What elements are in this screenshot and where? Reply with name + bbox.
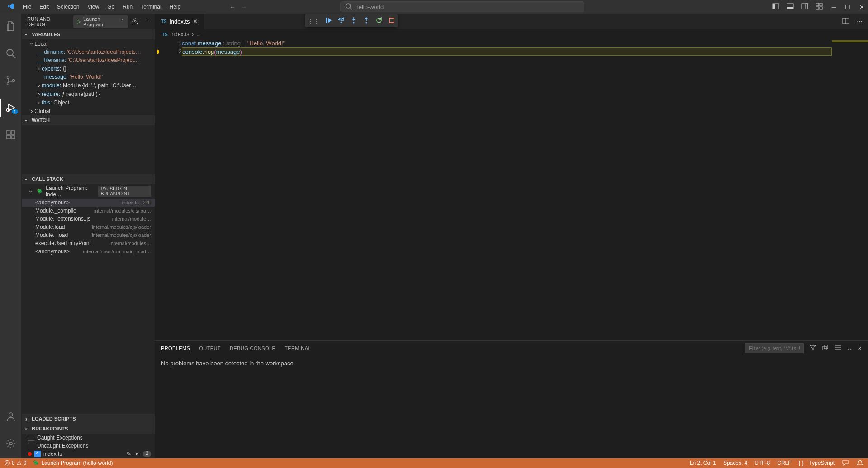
code-line-1[interactable]: const message : string = "Hello, World!" [182, 39, 832, 47]
debug-badge: 1 [12, 109, 18, 114]
var-message[interactable]: message:'Hello, World!' [22, 73, 155, 81]
svg-point-0 [346, 4, 351, 8]
menu-terminal[interactable]: Terminal [137, 2, 165, 12]
edit-icon[interactable]: ✎ [127, 451, 131, 457]
step-over-icon[interactable] [337, 17, 345, 25]
checkbox-icon[interactable] [28, 435, 34, 441]
accounts-icon[interactable] [0, 407, 22, 425]
command-center[interactable]: hello-world [340, 1, 584, 12]
code-line-2[interactable]: console.•log(message) [182, 47, 832, 56]
callstack-thread[interactable]: 🪲 Launch Program: inde… PAUSED ON BREAKP… [22, 184, 155, 199]
status-indent[interactable]: Spaces: 4 [723, 459, 747, 467]
checkbox-icon[interactable] [28, 443, 34, 449]
source-control-icon[interactable] [0, 71, 22, 90]
continue-icon[interactable] [325, 17, 332, 25]
status-launch[interactable]: 🪲Launch Program (hello-world) [33, 460, 113, 466]
maximize-panel-icon[interactable]: ︿ [847, 345, 852, 352]
code-editor[interactable]: ◗ 1 2 const message : string = "Hello, W… [155, 39, 868, 340]
menu-help[interactable]: Help [166, 2, 185, 12]
stack-frame-1[interactable]: Module._compileinternal/modules/cjs/loa… [22, 207, 155, 215]
close-icon[interactable]: ✕ [859, 4, 864, 10]
checkbox-icon[interactable] [34, 451, 41, 457]
toggle-panel-bottom-icon[interactable] [787, 3, 794, 11]
debug-toolbar[interactable]: ⋮⋮ [305, 14, 398, 27]
view-as-tree-icon[interactable] [835, 344, 842, 352]
remove-icon[interactable]: ✕ [135, 451, 139, 457]
panel-tab-problems[interactable]: PROBLEMS [161, 343, 190, 354]
problems-filter-input[interactable] [745, 343, 804, 353]
menu-edit[interactable]: Edit [36, 2, 52, 12]
filter-icon[interactable] [809, 344, 816, 352]
more-actions-icon[interactable]: ⋯ [857, 18, 863, 25]
toggle-panel-left-icon[interactable] [772, 3, 779, 11]
restart-icon[interactable] [375, 17, 383, 25]
stack-frame-2[interactable]: Module._extensions..jsinternal/module… [22, 215, 155, 223]
breadcrumb[interactable]: TS index.ts › ... [155, 29, 868, 39]
stack-frame-0[interactable]: <anonymous>index.ts2:1 [22, 199, 155, 207]
explorer-icon[interactable] [0, 17, 22, 35]
loaded-scripts-header[interactable]: LOADED SCRIPTS [22, 414, 155, 424]
var-dirname[interactable]: __dirname:'C:\Users\antoz\IdeaProjects… [22, 48, 155, 56]
panel-tab-debug-console[interactable]: DEBUG CONSOLE [230, 343, 275, 354]
minimize-icon[interactable]: ─ [832, 4, 836, 10]
settings-gear-icon[interactable] [0, 435, 22, 453]
split-editor-icon[interactable] [842, 17, 849, 26]
stack-frame-4[interactable]: Module._loadinternal/modules/cjs/loader [22, 231, 155, 239]
stack-frame-3[interactable]: Module.loadinternal/modules/cjs/loader [22, 223, 155, 231]
menu-view[interactable]: View [84, 2, 103, 12]
watch-header[interactable]: WATCH [22, 115, 155, 125]
var-filename[interactable]: __filename:'C:\Users\antoz\IdeaProject… [22, 56, 155, 64]
var-require[interactable]: require:ƒ require(path) { [22, 90, 155, 98]
menu-go[interactable]: Go [104, 2, 118, 12]
menu-run[interactable]: Run [119, 2, 136, 12]
tab-close-icon[interactable]: ✕ [193, 18, 198, 25]
status-encoding[interactable]: UTF-8 [754, 459, 770, 467]
bp-caught[interactable]: Caught Exceptions [22, 434, 155, 442]
tab-index-ts[interactable]: TS index.ts ✕ [155, 14, 204, 29]
step-into-icon[interactable] [350, 17, 357, 25]
var-exports[interactable]: exports:{} [22, 64, 155, 73]
status-language[interactable]: { } TypeScript [799, 459, 835, 467]
bp-uncaught[interactable]: Uncaught Exceptions [22, 442, 155, 450]
customize-layout-icon[interactable] [816, 3, 823, 11]
scope-local[interactable]: Local [22, 39, 155, 48]
stack-frame-5[interactable]: executeUserEntryPointinternal/modules… [22, 239, 155, 247]
menu-selection[interactable]: Selection [53, 2, 83, 12]
status-eol[interactable]: CRLF [777, 459, 791, 467]
feedback-icon[interactable] [842, 459, 849, 467]
bp-file[interactable]: index.ts ✎ ✕ 2 [22, 450, 155, 458]
grip-icon[interactable]: ⋮⋮ [308, 18, 319, 24]
callstack-header[interactable]: CALL STACK [22, 174, 155, 184]
minimap[interactable] [832, 39, 868, 340]
breakpoints-header[interactable]: BREAKPOINTS [22, 424, 155, 434]
collapse-all-icon[interactable] [822, 344, 829, 352]
nav-back-icon[interactable]: ← [229, 4, 235, 10]
run-debug-activity-icon[interactable]: 1 [0, 99, 22, 117]
sidebar-title: RUN AND DEBUG [27, 16, 68, 27]
search-activity-icon[interactable] [0, 44, 22, 62]
stack-frame-6[interactable]: <anonymous>internal/main/run_main_mod… [22, 247, 155, 255]
close-panel-icon[interactable]: ✕ [858, 345, 862, 351]
menu-file[interactable]: File [19, 2, 35, 12]
status-cursor-pos[interactable]: Ln 2, Col 1 [690, 459, 716, 467]
var-module[interactable]: module:Module {id: '.', path: 'C:\User… [22, 81, 155, 90]
gear-icon[interactable] [132, 18, 139, 26]
extensions-icon[interactable] [0, 126, 22, 144]
status-errors[interactable]: ⓧ0⚠0 [5, 459, 26, 467]
step-out-icon[interactable] [363, 17, 370, 25]
variables-header[interactable]: VARIABLES [22, 29, 155, 39]
panel-tab-output[interactable]: OUTPUT [199, 343, 221, 354]
scope-global[interactable]: Global [22, 107, 155, 115]
var-this[interactable]: this:Object [22, 98, 155, 107]
launch-config-select[interactable]: ▷ Launch Program ˅ [73, 15, 128, 28]
more-icon[interactable]: ⋯ [144, 18, 149, 26]
svg-rect-10 [816, 7, 819, 9]
notifications-icon[interactable] [856, 459, 863, 467]
toggle-panel-right-icon[interactable] [801, 3, 808, 11]
panel-tab-terminal[interactable]: TERMINAL [285, 343, 311, 354]
nav-forward-icon[interactable]: → [241, 4, 247, 10]
maximize-icon[interactable]: ☐ [845, 4, 850, 10]
callstack-status: PAUSED ON BREAKPOINT [98, 186, 151, 197]
stop-icon[interactable] [388, 17, 395, 25]
error-icon: ⓧ [5, 459, 10, 467]
